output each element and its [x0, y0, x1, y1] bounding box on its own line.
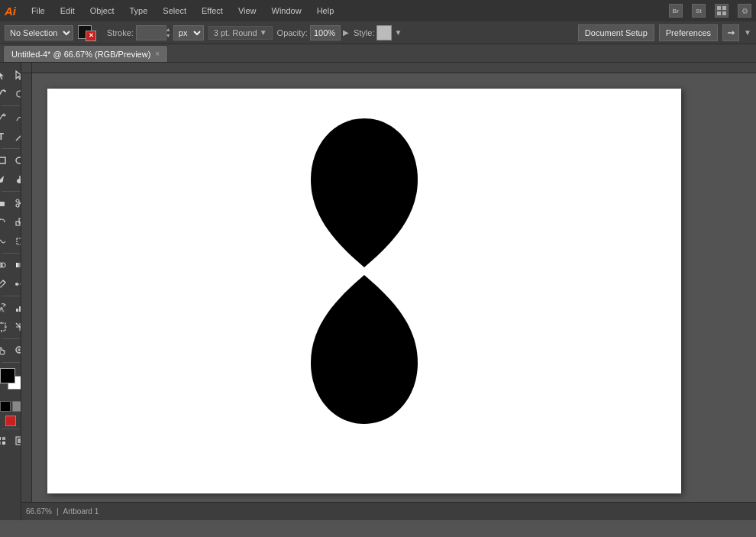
- slice-button[interactable]: [11, 318, 22, 336]
- tool-separator-1: [2, 105, 20, 106]
- tool-separator-7: [2, 362, 20, 363]
- opacity-chunk: Opacity: ▶: [277, 25, 349, 40]
- fill-chunk: ✕: [78, 24, 102, 41]
- stroke-unit-select[interactable]: pxpt: [173, 25, 204, 40]
- view-mode-button[interactable]: [11, 432, 22, 450]
- select-tools-row: [0, 66, 21, 84]
- status-separator: |: [57, 507, 59, 516]
- stroke-input[interactable]: [136, 25, 166, 40]
- selection-dropdown[interactable]: No Selection: [5, 25, 73, 40]
- svg-line-8: [16, 133, 22, 141]
- hourglass-svg: [303, 103, 425, 439]
- ellipse-tool-button[interactable]: [11, 151, 22, 170]
- canvas-workspace[interactable]: [32, 73, 756, 520]
- status-artboard: Artboard 1: [63, 507, 99, 516]
- extra-swatch-row: [5, 416, 16, 426]
- style-arrow[interactable]: ▼: [394, 28, 402, 37]
- opacity-arrow[interactable]: ▶: [343, 28, 349, 37]
- svg-point-22: [1, 263, 5, 267]
- artboard-row: [0, 318, 21, 336]
- stroke-chunk: Stroke: ▲▼ pxpt: [107, 25, 204, 40]
- svg-point-15: [16, 204, 19, 207]
- red-swatch[interactable]: [5, 416, 16, 426]
- opacity-input[interactable]: [310, 25, 341, 40]
- zoom-tool-button[interactable]: [11, 341, 22, 360]
- tab-close-button[interactable]: ×: [155, 50, 160, 58]
- curvature-tool-button[interactable]: [11, 108, 22, 127]
- artboard-tool-button[interactable]: [0, 318, 11, 336]
- more-icon[interactable]: ⚙: [738, 4, 751, 18]
- gray-swatch[interactable]: [12, 401, 21, 412]
- svg-point-10: [16, 157, 22, 163]
- hand-tool-button[interactable]: [0, 341, 11, 360]
- black-swatch[interactable]: [0, 401, 11, 412]
- blend-button[interactable]: [11, 275, 22, 293]
- menu-type[interactable]: Type: [127, 5, 151, 17]
- svg-point-29: [0, 307, 3, 310]
- magic-lasso-row: [0, 85, 21, 103]
- stroke-stepper[interactable]: ▲▼: [166, 27, 171, 39]
- canvas-content: [21, 73, 756, 520]
- eraser-row: [0, 194, 21, 212]
- eraser-button[interactable]: [0, 194, 11, 212]
- menu-file[interactable]: File: [28, 5, 48, 17]
- document-tab[interactable]: Untitled-4* @ 66.67% (RGB/Preview) ×: [3, 45, 168, 62]
- lasso-button[interactable]: [11, 85, 22, 103]
- menu-object[interactable]: Object: [87, 5, 118, 17]
- svg-rect-9: [0, 157, 5, 163]
- arrange-dropdown-arrow[interactable]: ▼: [744, 28, 751, 37]
- nav-row: [0, 341, 21, 360]
- svg-point-14: [16, 199, 19, 202]
- warp-button[interactable]: [0, 232, 11, 251]
- menu-help[interactable]: Help: [314, 5, 338, 17]
- warp-row: [0, 232, 21, 251]
- eyedropper-button[interactable]: [0, 275, 11, 293]
- menu-select[interactable]: Select: [160, 5, 189, 17]
- rotate-button[interactable]: [0, 213, 11, 231]
- pixel-preview-button[interactable]: [0, 432, 11, 450]
- free-transform-button[interactable]: [11, 232, 22, 251]
- menu-view[interactable]: View: [235, 5, 260, 17]
- blob-brush-button[interactable]: [11, 170, 22, 189]
- gradient-button[interactable]: [11, 256, 22, 274]
- column-graph-button[interactable]: [11, 299, 22, 317]
- arrange-icon[interactable]: [722, 24, 739, 41]
- scale-button[interactable]: [11, 213, 22, 231]
- pen-tool-button[interactable]: [0, 108, 11, 127]
- foreground-color-swatch[interactable]: [0, 368, 15, 383]
- style-swatch[interactable]: [376, 25, 392, 40]
- stroke-cap-arrow[interactable]: ▼: [260, 28, 267, 37]
- preferences-button[interactable]: Preferences: [659, 24, 718, 41]
- stock-icon[interactable]: St: [692, 4, 706, 18]
- style-chunk: Style: ▼: [354, 25, 402, 40]
- bottom-tool-row: [0, 432, 21, 450]
- tool-separator-4: [2, 253, 20, 254]
- menu-edit[interactable]: Edit: [57, 5, 78, 17]
- eyedrop-row: [0, 275, 21, 293]
- svg-rect-46: [0, 437, 1, 440]
- transform-row: [0, 213, 21, 231]
- stroke-swatch[interactable]: ✕: [86, 31, 96, 41]
- workspace-icon[interactable]: [715, 4, 729, 18]
- document-setup-button[interactable]: Document Setup: [578, 24, 654, 41]
- style-label: Style:: [354, 28, 375, 37]
- symbol-sprayer-button[interactable]: [0, 299, 11, 317]
- magic-wand-button[interactable]: [0, 85, 11, 103]
- scissors-button[interactable]: [11, 194, 22, 212]
- menu-effect[interactable]: Effect: [199, 5, 226, 17]
- type-tool-button[interactable]: T: [0, 128, 11, 146]
- line-tool-button[interactable]: [11, 128, 22, 146]
- vertical-ruler: [21, 73, 32, 520]
- shape-builder-button[interactable]: [0, 256, 11, 274]
- rectangle-tool-button[interactable]: [0, 151, 11, 170]
- svg-point-25: [15, 283, 18, 286]
- svg-rect-31: [16, 309, 18, 312]
- mini-swatch-row: [0, 401, 21, 412]
- direct-selection-tool-button[interactable]: [11, 66, 22, 84]
- bridge-icon[interactable]: Br: [669, 4, 683, 18]
- selection-tool-button[interactable]: [0, 66, 11, 84]
- paintbrush-button[interactable]: [0, 170, 11, 189]
- status-bar: 66.67% | Artboard 1: [21, 502, 756, 520]
- svg-rect-0: [717, 6, 721, 10]
- menu-window[interactable]: Window: [269, 5, 305, 17]
